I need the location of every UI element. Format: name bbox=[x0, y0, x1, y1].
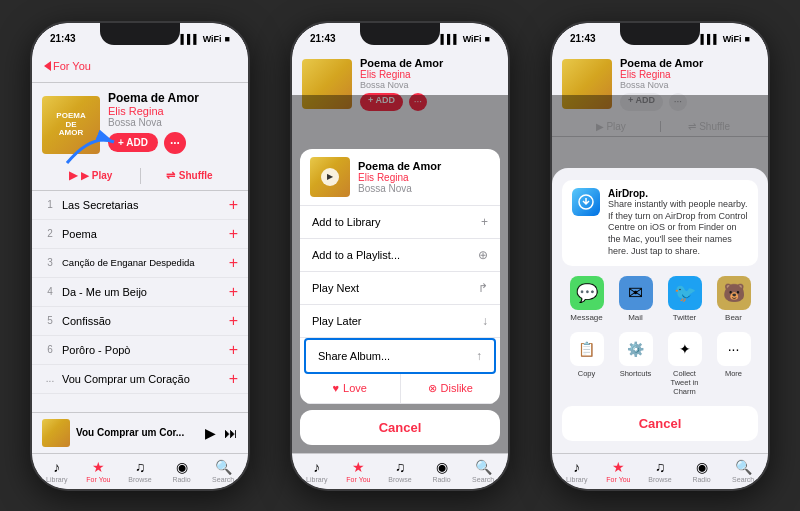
share-action-label: Copy bbox=[578, 369, 596, 378]
track-num: 6 bbox=[42, 344, 58, 355]
library-icon: ♪ bbox=[53, 459, 60, 475]
share-app-message[interactable]: 💬 Message bbox=[570, 276, 604, 322]
radio-icon: ◉ bbox=[176, 459, 188, 475]
player-controls: ▶ ⏭ bbox=[205, 425, 238, 441]
tab-label-3: Radio bbox=[692, 476, 710, 483]
tab-radio[interactable]: ◉ Radio bbox=[161, 459, 203, 483]
track-row-3[interactable]: 3 Canção de Enganar Despedida + bbox=[32, 249, 248, 278]
track-row-2[interactable]: 2 Poema + bbox=[32, 220, 248, 249]
library-icon-2: ♪ bbox=[313, 459, 320, 475]
play-pause-icon[interactable]: ▶ bbox=[205, 425, 216, 441]
album-info-1: Poema de Amor Elis Regina Bossa Nova + A… bbox=[108, 91, 238, 160]
menu-item-share-album[interactable]: Share Album... ↑ bbox=[304, 338, 496, 374]
bg-album-title-2: Poema de Amor bbox=[360, 57, 443, 69]
share-action-label: Collect Tweet in Charm bbox=[664, 369, 706, 396]
mini-player[interactable]: Vou Comprar um Cor... ▶ ⏭ bbox=[32, 412, 248, 453]
track-name: Confissão bbox=[62, 315, 229, 327]
menu-item-icon-share: ↑ bbox=[476, 349, 482, 363]
tab-library-2[interactable]: ♪ Library bbox=[296, 459, 338, 483]
for-you-icon-2: ★ bbox=[352, 459, 365, 475]
share-action-copy[interactable]: 📋 Copy bbox=[566, 332, 608, 396]
shuffle-button[interactable]: ⇌ Shuffle bbox=[141, 169, 239, 182]
menu-item-play-next[interactable]: Play Next ↱ bbox=[300, 272, 500, 305]
dislike-button[interactable]: ⊗ Dislike bbox=[401, 374, 501, 403]
track-row-6[interactable]: 6 Porôro - Popò + bbox=[32, 336, 248, 365]
tab-label-3: For You bbox=[606, 476, 630, 483]
share-app-label: Bear bbox=[725, 313, 742, 322]
tab-bar-1: ♪ Library ★ For You ♫ Browse ◉ Radio 🔍 bbox=[32, 453, 248, 489]
tab-label: For You bbox=[346, 476, 370, 483]
track-row-1[interactable]: 1 Las Secretarias + bbox=[32, 191, 248, 220]
menu-item-play-later[interactable]: Play Later ↓ bbox=[300, 305, 500, 338]
share-cancel-button[interactable]: Cancel bbox=[562, 406, 758, 441]
share-app-label: Message bbox=[570, 313, 602, 322]
bg-album-genre-3: Bossa Nova bbox=[620, 80, 703, 90]
tab-radio-2[interactable]: ◉ Radio bbox=[421, 459, 463, 483]
menu-item-label: Add to a Playlist... bbox=[312, 249, 400, 261]
share-app-twitter[interactable]: 🐦 Twitter bbox=[668, 276, 702, 322]
love-button[interactable]: ♥ Love bbox=[300, 374, 401, 403]
track-row-7[interactable]: ... Vou Comprar um Coração + bbox=[32, 365, 248, 394]
track-add-icon[interactable]: + bbox=[229, 225, 238, 243]
time-2: 21:43 bbox=[310, 33, 336, 44]
tab-browse-3[interactable]: ♫ Browse bbox=[639, 459, 681, 483]
skip-icon[interactable]: ⏭ bbox=[224, 425, 238, 441]
browse-icon: ♫ bbox=[135, 459, 146, 475]
battery-icon: ■ bbox=[225, 34, 230, 44]
add-button-1[interactable]: + ADD bbox=[108, 133, 158, 152]
tab-library[interactable]: ♪ Library bbox=[36, 459, 78, 483]
tab-bar-3: ♪ Library ★ For You ♫ Browse ◉ Radio 🔍 bbox=[552, 453, 768, 489]
airdrop-icon bbox=[572, 188, 600, 216]
menu-header: ▶ Poema de Amor Elis Regina Bossa Nova bbox=[300, 149, 500, 206]
play-button[interactable]: ▶ ▶ Play bbox=[42, 169, 140, 182]
signal-icon-3: ▌▌▌ bbox=[701, 34, 720, 44]
tab-for-you-3[interactable]: ★ For You bbox=[598, 459, 640, 483]
track-add-icon[interactable]: + bbox=[229, 196, 238, 214]
album-header-1: POEMADEAMOR Poema de Amor Elis Regina Bo… bbox=[32, 83, 248, 168]
back-button-1[interactable]: For You bbox=[44, 60, 91, 72]
menu-item-add-playlist[interactable]: Add to a Playlist... ⊕ bbox=[300, 239, 500, 272]
browse-icon-2: ♫ bbox=[395, 459, 406, 475]
play-icon: ▶ bbox=[69, 169, 77, 182]
tab-label: Radio bbox=[432, 476, 450, 483]
share-action-more[interactable]: ··· More bbox=[713, 332, 755, 396]
tab-radio-3[interactable]: ◉ Radio bbox=[681, 459, 723, 483]
cancel-button[interactable]: Cancel bbox=[300, 410, 500, 445]
share-action-shortcuts[interactable]: ⚙️ Shortcuts bbox=[615, 332, 657, 396]
tab-for-you[interactable]: ★ For You bbox=[78, 459, 120, 483]
track-row-4[interactable]: 4 Da - Me um Beijo + bbox=[32, 278, 248, 307]
search-icon-3: 🔍 bbox=[735, 459, 752, 475]
menu-item-add-library[interactable]: Add to Library + bbox=[300, 206, 500, 239]
menu-item-icon-add: + bbox=[481, 215, 488, 229]
tab-for-you-2[interactable]: ★ For You bbox=[338, 459, 380, 483]
album-art-1: POEMADEAMOR bbox=[42, 96, 100, 154]
notch-2 bbox=[360, 23, 440, 45]
tab-bar-2: ♪ Library ★ For You ♫ Browse ◉ Radio 🔍 bbox=[292, 453, 508, 489]
track-row-5[interactable]: 5 Confissão + bbox=[32, 307, 248, 336]
shuffle-label: Shuffle bbox=[179, 170, 213, 181]
radio-icon-3: ◉ bbox=[696, 459, 708, 475]
tab-browse-2[interactable]: ♫ Browse bbox=[379, 459, 421, 483]
tab-search-3[interactable]: 🔍 Search bbox=[722, 459, 764, 483]
play-overlay: ▶ bbox=[321, 168, 339, 186]
track-add-icon[interactable]: + bbox=[229, 341, 238, 359]
tab-search[interactable]: 🔍 Search bbox=[202, 459, 244, 483]
track-add-icon[interactable]: + bbox=[229, 254, 238, 272]
share-app-mail[interactable]: ✉ Mail bbox=[619, 276, 653, 322]
back-label-1: For You bbox=[53, 60, 91, 72]
track-add-icon[interactable]: + bbox=[229, 283, 238, 301]
share-action-label: Shortcuts bbox=[620, 369, 652, 378]
phone-3: 21:43 ▌▌▌ WiFi ■ Poema de Amor Elis Regi… bbox=[550, 21, 770, 491]
share-app-bear[interactable]: 🐻 Bear bbox=[717, 276, 751, 322]
tab-library-3[interactable]: ♪ Library bbox=[556, 459, 598, 483]
tab-browse[interactable]: ♫ Browse bbox=[119, 459, 161, 483]
tab-search-2[interactable]: 🔍 Search bbox=[462, 459, 504, 483]
airdrop-banner: AirDrop. Share instantly with people nea… bbox=[562, 180, 758, 265]
menu-item-label: Share Album... bbox=[318, 350, 390, 362]
track-add-icon[interactable]: + bbox=[229, 312, 238, 330]
library-icon-3: ♪ bbox=[573, 459, 580, 475]
share-action-collect-tweet[interactable]: ✦ Collect Tweet in Charm bbox=[664, 332, 706, 396]
more-button-1[interactable]: ··· bbox=[164, 132, 186, 154]
track-add-icon[interactable]: + bbox=[229, 370, 238, 388]
signal-icon-2: ▌▌▌ bbox=[441, 34, 460, 44]
